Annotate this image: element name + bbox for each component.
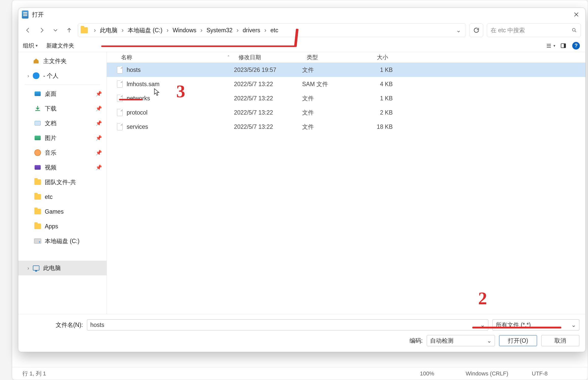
sidebar-this-pc[interactable]: › 此电脑 [18, 261, 107, 275]
forward-button[interactable] [37, 25, 47, 35]
search-placeholder: 在 etc 中搜索 [491, 26, 525, 34]
column-headers: 名称 ˄ 修改日期 类型 大小 [107, 52, 585, 63]
sidebar-onedrive[interactable]: › - 个人 [18, 68, 107, 83]
file-type: 文件 [302, 66, 358, 74]
file-type-filter[interactable]: 所有文件 (*.*) ⌄ [492, 319, 579, 330]
expand-icon[interactable]: › [25, 73, 31, 79]
crumb-4[interactable]: drivers [243, 27, 260, 34]
pictures-icon [34, 134, 41, 141]
chevron-right-icon: › [264, 27, 266, 34]
col-name[interactable]: 名称 ˄ [107, 54, 234, 61]
file-row[interactable]: services2022/5/7 13:22文件18 KB [107, 120, 585, 134]
drive-icon [34, 238, 41, 245]
file-name: protocol [127, 109, 234, 116]
organize-button[interactable]: 组织▾ [23, 42, 38, 50]
sidebar-item-pictures[interactable]: 图片 📌 [18, 131, 107, 145]
file-type: 文件 [302, 123, 358, 131]
chevron-right-icon: › [167, 27, 169, 34]
file-size: 1 KB [358, 95, 393, 102]
sidebar-item-documents[interactable]: 文档 📌 [18, 116, 107, 131]
crumb-3[interactable]: System32 [207, 27, 232, 34]
download-icon [34, 105, 41, 112]
nav-row: › 此电脑 › 本地磁盘 (C:) › Windows › System32 ›… [18, 21, 585, 39]
dialog-body: 主文件夹 › - 个人 桌面 📌 下载 [18, 52, 585, 314]
sidebar-item-desktop[interactable]: 桌面 📌 [18, 86, 107, 101]
file-row[interactable]: lmhosts.sam2022/5/7 13:22SAM 文件4 KB [107, 77, 585, 91]
file-icon [117, 66, 123, 73]
search-icon [571, 27, 577, 33]
sidebar-item-games[interactable]: Games [18, 204, 107, 219]
sidebar-item-teamfiles[interactable]: 团队文件-共 [18, 175, 107, 189]
status-pos: 行 1, 列 1 [22, 370, 46, 377]
file-row[interactable]: protocol2022/5/7 13:22文件2 KB [107, 105, 585, 120]
crumb-0[interactable]: 此电脑 [100, 26, 117, 34]
file-size: 2 KB [358, 109, 393, 116]
file-name: services [127, 123, 234, 130]
file-name: lmhosts.sam [127, 81, 234, 88]
new-folder-button[interactable]: 新建文件夹 [46, 42, 74, 50]
pin-icon: 📌 [96, 150, 102, 156]
file-rows: hosts2023/5/26 19:57文件1 KBlmhosts.sam202… [107, 63, 585, 314]
address-bar[interactable]: › 此电脑 › 本地磁盘 (C:) › Windows › System32 ›… [78, 23, 466, 37]
encoding-select[interactable]: 自动检测 ⌄ [427, 335, 495, 346]
search-box[interactable]: 在 etc 中搜索 [487, 23, 581, 37]
file-size: 18 KB [358, 123, 393, 130]
pc-icon [33, 264, 40, 272]
file-date: 2022/5/7 13:22 [234, 95, 302, 102]
crumb-1[interactable]: 本地磁盘 (C:) [128, 26, 163, 34]
encoding-label: 编码: [409, 337, 423, 345]
help-button[interactable]: ? [571, 41, 581, 51]
filename-label: 文件名(N): [24, 321, 83, 329]
view-mode-button[interactable]: ▾ [546, 41, 555, 51]
preview-pane-button[interactable] [558, 41, 568, 51]
address-dropdown[interactable]: ⌄ [456, 27, 461, 34]
file-row[interactable]: hosts2023/5/26 19:57文件1 KB [107, 63, 585, 77]
col-type[interactable]: 类型 [302, 54, 358, 61]
editor-statusbar: 行 1, 列 1 100% Windows (CRLF) UTF-8 [12, 367, 588, 380]
folder-icon [34, 223, 41, 230]
file-row[interactable]: networks2022/5/7 13:22文件1 KB [107, 91, 585, 105]
stage: 行 1, 列 1 100% Windows (CRLF) UTF-8 打开 [0, 0, 588, 380]
music-icon [34, 149, 41, 156]
sidebar-item-cdrive[interactable]: 本地磁盘 (C:) [18, 234, 107, 248]
refresh-button[interactable] [469, 23, 483, 37]
panel-icon [560, 43, 566, 49]
folder-icon [34, 208, 41, 215]
chevron-down-icon[interactable]: ⌄ [571, 322, 576, 328]
col-date[interactable]: 修改日期 [234, 54, 302, 61]
sidebar-item-etc[interactable]: etc [18, 189, 107, 204]
col-size[interactable]: 大小 [358, 54, 393, 61]
up-button[interactable] [64, 25, 74, 35]
back-button[interactable] [23, 25, 33, 35]
close-button[interactable] [571, 9, 582, 20]
sidebar-item-music[interactable]: 音乐 📌 [18, 145, 107, 160]
cursor-icon [154, 88, 160, 96]
recent-button[interactable] [50, 25, 61, 35]
notepad-icon [22, 10, 28, 19]
sidebar: 主文件夹 › - 个人 桌面 📌 下载 [18, 52, 107, 314]
filename-input[interactable]: hosts ⌄ [87, 319, 488, 330]
sidebar-item-apps[interactable]: Apps [18, 219, 107, 234]
pin-icon: 📌 [96, 120, 102, 126]
open-button[interactable]: 打开(O) [499, 335, 537, 346]
file-type: SAM 文件 [302, 80, 358, 88]
crumb-5[interactable]: etc [270, 27, 278, 34]
sidebar-item-video[interactable]: 视频 📌 [18, 160, 107, 175]
file-area: 名称 ˄ 修改日期 类型 大小 hosts2023/5/26 19:57文件1 … [107, 52, 585, 314]
home-icon [33, 57, 40, 65]
expand-icon[interactable]: › [25, 265, 31, 271]
cancel-button[interactable]: 取消 [541, 335, 579, 346]
file-type: 文件 [302, 94, 358, 102]
sidebar-item-downloads[interactable]: 下载 📌 [18, 101, 107, 116]
sort-asc-icon: ˄ [227, 55, 229, 60]
sidebar-home[interactable]: 主文件夹 [18, 54, 107, 68]
close-icon [574, 12, 579, 17]
chevron-down-icon[interactable]: ⌄ [480, 322, 485, 328]
chevron-down-icon[interactable]: ⌄ [487, 337, 492, 344]
file-icon [117, 109, 123, 116]
dialog-title: 打开 [32, 11, 44, 19]
chevron-right-icon: › [122, 27, 124, 34]
crumb-2[interactable]: Windows [173, 27, 196, 34]
pin-icon: 📌 [96, 91, 102, 97]
folder-icon [34, 193, 41, 200]
